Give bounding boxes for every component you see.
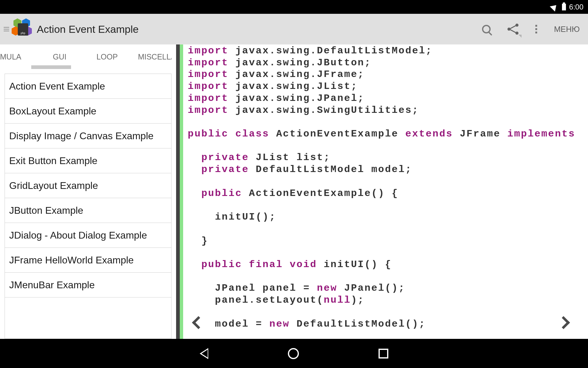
vertical-scrollbar[interactable] (176, 44, 180, 339)
search-icon[interactable] (482, 25, 491, 33)
list-item[interactable]: BoxLayout Example (5, 99, 171, 124)
main-content: MULA GUI LOOP MISCELLAN Action Event Exa… (0, 44, 588, 339)
list-item[interactable]: Exit Button Example (5, 148, 171, 173)
list-item[interactable]: Action Event Example (5, 74, 171, 99)
app-toolbar: Action Event Example МЕНЮ (0, 14, 588, 44)
android-nav-bar (0, 339, 588, 368)
status-bar: 6:00 (0, 0, 588, 14)
tab-mula[interactable]: MULA (0, 52, 27, 61)
code-viewer[interactable]: import javax.swing.DefaultListModel; imp… (183, 44, 588, 339)
tab-gui[interactable]: GUI (27, 52, 81, 61)
nav-recents-icon[interactable] (379, 349, 388, 358)
nav-home-icon[interactable] (288, 348, 299, 359)
menu-button[interactable]: МЕНЮ (554, 25, 580, 34)
tab-indicator (31, 65, 71, 69)
list-item[interactable]: GridLayout Example (5, 173, 171, 198)
code-gutter (180, 44, 183, 339)
toolbar-actions: МЕНЮ (482, 24, 584, 35)
battery-icon (562, 4, 566, 10)
list-item[interactable]: Display Image / Canvas Example (5, 124, 171, 148)
list-item[interactable]: JMenuBar Example (5, 273, 171, 297)
page-title: Action Event Example (37, 23, 482, 35)
app-logo-icon (12, 18, 33, 40)
nav-back-icon[interactable] (200, 348, 208, 359)
list-item[interactable]: JDialog - About Dialog Example (5, 223, 171, 248)
wifi-icon (550, 2, 559, 12)
tabs-bar[interactable]: MULA GUI LOOP MISCELLAN (0, 44, 172, 69)
tab-miscellan[interactable]: MISCELLAN (132, 52, 172, 61)
status-time: 6:00 (569, 3, 583, 11)
list-item[interactable]: JFrame HelloWorld Example (5, 248, 171, 273)
share-icon[interactable] (507, 24, 518, 35)
overflow-menu-icon[interactable] (535, 25, 537, 33)
hamburger-icon[interactable] (4, 27, 9, 31)
list-item[interactable]: JButton Example (5, 198, 171, 223)
sidebar-list[interactable]: Action Event Example BoxLayout Example D… (5, 74, 172, 339)
tab-loop[interactable]: LOOP (82, 52, 132, 61)
sidebar: MULA GUI LOOP MISCELLAN Action Event Exa… (0, 44, 176, 339)
